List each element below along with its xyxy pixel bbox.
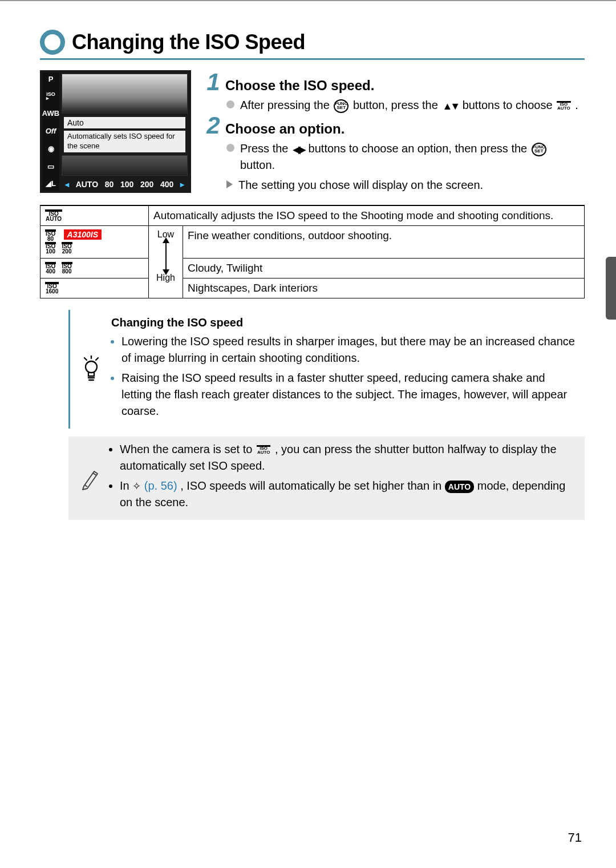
iso-auto-icon: ISOAUTO [257,445,271,455]
iso-opt-200: 200 [140,180,153,189]
camera-selected-label: Auto [64,117,185,128]
iso-opt-100: 100 [120,180,133,189]
page-reference[interactable]: (p. 56) [144,479,177,492]
sidebar-size: ◢L [46,179,56,188]
heading-text: Changing the ISO Speed [72,30,305,54]
tip-item: Lowering the ISO speed results in sharpe… [121,333,577,366]
tip-item: When the camera is set to ISOAUTO , you … [120,441,577,474]
iso-description-table: ISOAUTO Automatically adjusts the ISO sp… [40,205,585,298]
page-number: 71 [568,830,582,845]
text: Press the [240,142,291,155]
camera-selected-desc: Automatically sets ISO speed for the sce… [64,131,185,152]
text: button. [240,159,275,171]
text: When the camera is set to [120,443,256,455]
step-number: 1 [204,72,223,92]
iso-1600-icon: ISO1600 [45,282,59,294]
bullet-icon [226,100,234,108]
tip-title: Changing the ISO speed [111,314,577,331]
text: . [575,99,578,111]
func-set-button-icon: FUNCSET [334,99,348,113]
table-row-high: ISO1600 Nightscapes, Dark interiors [40,278,585,298]
result-arrow-icon [226,180,233,188]
iso-800-icon: ISO800 [62,262,72,274]
model-badge: A3100IS [64,229,102,240]
table-row-low: ISO80 A3100IS ISO100 ISO200 Low High Fin… [40,226,585,259]
lightbulb-icon [77,314,106,423]
text: button, press the [353,99,441,111]
tip-item: Raising the ISO speed results in a faste… [121,370,577,419]
tip-item: In ✧ (p. 56) , ISO speeds will automatic… [120,478,577,511]
sidebar-iso: ISO▸ [46,92,55,100]
camera-scene-strip [62,155,188,176]
iso-auto-icon: ISOAUTO [557,101,571,111]
text: , ISO speeds will automatically be set h… [180,479,445,492]
step-2-result: The setting you chose will display on th… [226,177,585,193]
cell-desc: Nightscapes, Dark interiors [183,278,585,298]
left-right-arrows-icon: ◀▶ [293,142,304,157]
sidebar-mode: P [48,75,54,84]
svg-line-1 [84,358,87,360]
text: The setting you chose will display on th… [238,177,483,193]
tip-box-idea: Changing the ISO speed Lowering the ISO … [68,310,585,429]
step-number: 2 [204,116,223,135]
low-light-mode-icon: ✧ [132,481,141,492]
func-set-button-icon: FUNCSET [532,143,546,156]
up-down-arrows-icon: ▲▼ [442,99,458,114]
svg-line-6 [93,473,96,475]
svg-line-7 [85,485,87,487]
text: buttons to choose an option, then press … [309,142,530,155]
text: In [120,479,132,492]
sidebar-awb: AWB [42,109,59,118]
iso-opt-400: 400 [160,180,173,189]
iso-200-icon: ISO200 [62,242,72,254]
step-title: Choose the ISO speed. [225,78,374,94]
iso-400-icon: ISO400 [45,262,56,274]
step-2-instruction: Press the ◀▶ buttons to choose an option… [226,140,585,173]
svg-point-3 [86,361,97,373]
text: buttons to choose [463,99,556,111]
table-row-mid: ISO400 ISO800 Cloudy, Twilight [40,259,585,278]
camera-preview-image [62,74,188,114]
sidebar-meter: ◉ [48,144,54,154]
tip-box-note: When the camera is set to ISOAUTO , you … [68,437,585,520]
pencil-icon [75,441,104,514]
svg-line-2 [96,358,98,360]
iso-opt-80: 80 [105,180,114,189]
iso-opt-auto: AUTO [76,180,98,189]
auto-mode-icon: AUTO [445,481,474,493]
iso-80-icon: ISO80 [45,229,56,241]
cell-desc: Cloudy, Twilight [183,259,585,278]
section-heading: Changing the ISO Speed [40,30,585,60]
heading-bullet-icon [40,30,65,55]
iso-100-icon: ISO100 [45,242,56,254]
cell-desc: Automatically adjusts the ISO speed to t… [149,205,585,226]
iso-auto-icon: ISOAUTO [45,209,62,221]
camera-screenshot: P ISO▸ AWB Off ◉ ▭ ◢L Auto Automatically… [40,70,191,193]
chapter-tab [606,257,616,320]
step-2: 2 Choose an option. [204,116,585,137]
step-1: 1 Choose the ISO speed. [204,72,585,94]
text: After pressing the [240,99,333,111]
bullet-icon [226,144,234,152]
cell-desc: Fine weather conditions, outdoor shootin… [183,226,585,259]
sidebar-off: Off [46,127,56,136]
sidebar-drive: ▭ [47,162,54,171]
camera-sidebar: P ISO▸ AWB Off ◉ ▭ ◢L [42,72,59,191]
step-title: Choose an option. [225,121,345,137]
scale-arrow-icon [165,242,167,271]
table-row-auto: ISOAUTO Automatically adjusts the ISO sp… [40,205,585,226]
camera-iso-values: ◂ AUTO 80 100 200 400 ▸ [62,178,188,191]
step-1-instruction: After pressing the FUNCSET button, press… [226,97,585,114]
